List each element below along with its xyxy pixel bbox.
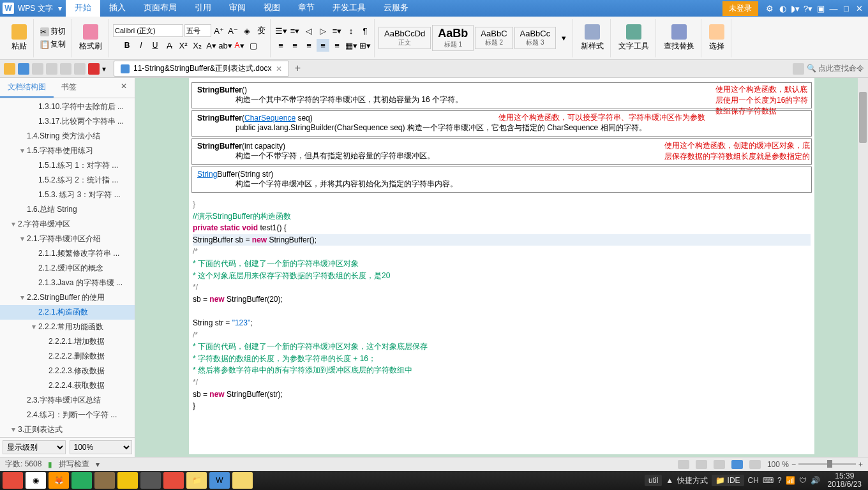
- align-justify-icon[interactable]: ≡: [317, 39, 329, 52]
- spellcheck-status[interactable]: 拼写检查: [59, 459, 89, 470]
- style-h1[interactable]: AaBb标题 1: [432, 25, 474, 51]
- outline-zoom-select[interactable]: 100%: [70, 440, 133, 454]
- outline-item[interactable]: 1.6.总结 String: [0, 202, 135, 217]
- command-search[interactable]: 🔍 点此查找命令: [807, 63, 864, 74]
- copy-button[interactable]: 📋复制: [38, 38, 68, 50]
- taskbar-app-7[interactable]: [140, 472, 161, 489]
- tray-safe-icon[interactable]: 🛡: [799, 476, 807, 485]
- print-icon[interactable]: [32, 63, 43, 75]
- align-right-icon[interactable]: ≡: [303, 39, 315, 52]
- sort-icon[interactable]: ↕: [345, 24, 357, 37]
- tray-clock[interactable]: 15:392018/6/23: [824, 472, 865, 489]
- outline-item[interactable]: 2.1.2.缓冲区的概念: [0, 261, 135, 276]
- tray-ime-icon[interactable]: ⌨: [763, 476, 774, 485]
- outline-item[interactable]: 2.4.练习：判断一个字符 ...: [0, 408, 135, 422]
- underline-icon[interactable]: U: [149, 39, 161, 52]
- subscript-icon[interactable]: X₂: [191, 39, 204, 52]
- view-page-icon[interactable]: [678, 460, 689, 469]
- tray-shortcut[interactable]: 快捷方式: [677, 475, 708, 486]
- outline-level-select[interactable]: 显示级别: [3, 440, 66, 454]
- taskbar-app-6[interactable]: [117, 472, 138, 489]
- style-more-icon[interactable]: ▾: [557, 32, 570, 45]
- save-icon[interactable]: [18, 63, 29, 75]
- tab-reference[interactable]: 引用: [186, 0, 220, 17]
- undo-icon[interactable]: [60, 63, 71, 75]
- tab-outline[interactable]: 文档结构图: [0, 78, 54, 98]
- outline-item[interactable]: 1.3.17.比较两个字符串 ...: [0, 114, 135, 129]
- line-spacing-icon[interactable]: ≡▾: [331, 24, 343, 37]
- text-tools-button[interactable]: 文字工具: [615, 23, 653, 53]
- outline-item[interactable]: 1.3.10.字符中去除前后 ...: [0, 100, 135, 114]
- word-count[interactable]: 字数: 5608: [5, 459, 41, 470]
- skin-icon[interactable]: ◐: [776, 4, 789, 13]
- view-outline-icon[interactable]: [696, 460, 707, 469]
- open-icon[interactable]: [4, 63, 15, 75]
- taskbar-explorer-icon[interactable]: 📁: [186, 472, 207, 489]
- outline-item[interactable]: 1.5.3. 练习 3：对字符 ...: [0, 188, 135, 202]
- italic-icon[interactable]: I: [135, 39, 147, 52]
- view-settings-icon[interactable]: [749, 460, 761, 469]
- tab-bookmark[interactable]: 书签: [54, 78, 84, 98]
- maximize-icon[interactable]: □: [840, 4, 853, 13]
- tray-help-icon[interactable]: ?: [777, 476, 782, 485]
- outline-item[interactable]: 2.2.2.2.删除数据: [0, 349, 135, 364]
- style-h3[interactable]: AaBbCc标题 3: [514, 27, 557, 49]
- highlight-icon[interactable]: ab▾: [219, 39, 232, 52]
- taskbar-app-1[interactable]: [3, 472, 23, 489]
- tab-review[interactable]: 审阅: [220, 0, 255, 17]
- numbering-icon[interactable]: ≡▾: [288, 24, 301, 37]
- view-web-icon[interactable]: [714, 460, 725, 469]
- font-name-input[interactable]: [113, 24, 183, 37]
- zoom-slider[interactable]: [798, 463, 856, 465]
- document-tab[interactable]: 11-String&StringBuffer&正则表达式.docx ✕: [114, 61, 289, 77]
- tab-layout[interactable]: 页面布局: [135, 0, 186, 17]
- phonetic-icon[interactable]: 变: [255, 24, 267, 37]
- help-icon[interactable]: ?▾: [802, 4, 814, 13]
- outline-tree[interactable]: 1.3.10.字符中去除前后 ...1.3.17.比较两个字符串 ...1.4.…: [0, 98, 135, 437]
- outline-item[interactable]: 1.5.2.练习 2：统计指 ...: [0, 173, 135, 188]
- vertical-scrollbar[interactable]: [858, 78, 868, 457]
- quickbar-more-icon[interactable]: ▾: [102, 64, 106, 73]
- outline-item[interactable]: 2.3.字符串缓冲区总结: [0, 393, 135, 408]
- tab-cloud[interactable]: 云服务: [375, 0, 417, 17]
- grow-font-icon[interactable]: A⁺: [213, 24, 225, 37]
- outline-item[interactable]: 2.2.1.构造函数: [0, 305, 135, 320]
- paste-button[interactable]: 粘贴: [8, 23, 31, 53]
- bullets-icon[interactable]: ☰▾: [274, 24, 287, 37]
- minimize-icon[interactable]: —: [827, 4, 840, 13]
- font-size-input[interactable]: [184, 24, 211, 37]
- bold-icon[interactable]: B: [121, 39, 133, 52]
- text-effect-icon[interactable]: A▾: [205, 39, 218, 52]
- align-left-icon[interactable]: ≡: [274, 39, 287, 52]
- align-distribute-icon[interactable]: ≡: [331, 39, 343, 52]
- new-style-button[interactable]: 新样式: [577, 23, 608, 53]
- zoom-value[interactable]: 100 %: [767, 460, 789, 469]
- cloud-icon[interactable]: [793, 63, 804, 75]
- tray-ime[interactable]: CH: [748, 476, 759, 485]
- tray-ide[interactable]: 📁 IDE: [712, 475, 744, 486]
- shading-icon[interactable]: ▦▾: [345, 39, 357, 52]
- outline-item[interactable]: ▾2.字符串缓冲区: [0, 217, 135, 232]
- outline-item[interactable]: ▾2.1.字符串缓冲区介绍: [0, 232, 135, 246]
- outline-item[interactable]: 2.2.2.3.修改数据: [0, 364, 135, 378]
- borders-icon[interactable]: ⊞▾: [359, 39, 371, 52]
- find-replace-button[interactable]: 查找替换: [660, 23, 698, 53]
- preview-icon[interactable]: [46, 63, 57, 75]
- align-center-icon[interactable]: ≡: [288, 39, 301, 52]
- zoom-out-icon[interactable]: −: [791, 460, 796, 469]
- char-border-icon[interactable]: ▢: [247, 39, 260, 52]
- tab-view[interactable]: 视图: [255, 0, 289, 17]
- outline-item[interactable]: ▾3.正则表达式: [0, 422, 135, 437]
- outline-item[interactable]: 1.5.1.练习 1：对字符 ...: [0, 158, 135, 173]
- outline-item[interactable]: 2.2.2.1.增加数据: [0, 334, 135, 349]
- show-marks-icon[interactable]: ¶: [359, 24, 371, 37]
- style-normal[interactable]: AaBbCcDd正文: [378, 27, 431, 49]
- ribbon-toggle-icon[interactable]: ▣: [814, 4, 827, 13]
- close-icon[interactable]: ✕: [853, 4, 865, 13]
- settings-icon[interactable]: ⚙: [763, 4, 776, 13]
- select-button[interactable]: 选择: [705, 23, 728, 53]
- outdent-icon[interactable]: ◁: [303, 24, 315, 37]
- taskbar-chrome-icon[interactable]: ◉: [26, 472, 46, 489]
- tab-section[interactable]: 章节: [289, 0, 324, 17]
- tray-network-icon[interactable]: 📶: [786, 476, 795, 485]
